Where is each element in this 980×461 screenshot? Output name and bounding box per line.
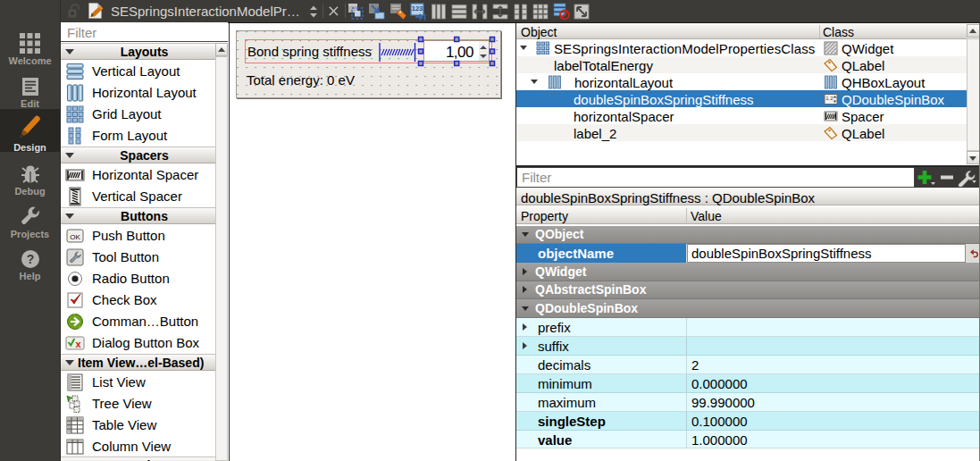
svg-text:1.2: 1.2 (825, 96, 833, 101)
svg-text:OK: OK (70, 233, 80, 241)
svg-text:123: 123 (412, 4, 423, 13)
svg-text:x: x (75, 339, 81, 349)
svg-text:?: ? (27, 252, 35, 266)
